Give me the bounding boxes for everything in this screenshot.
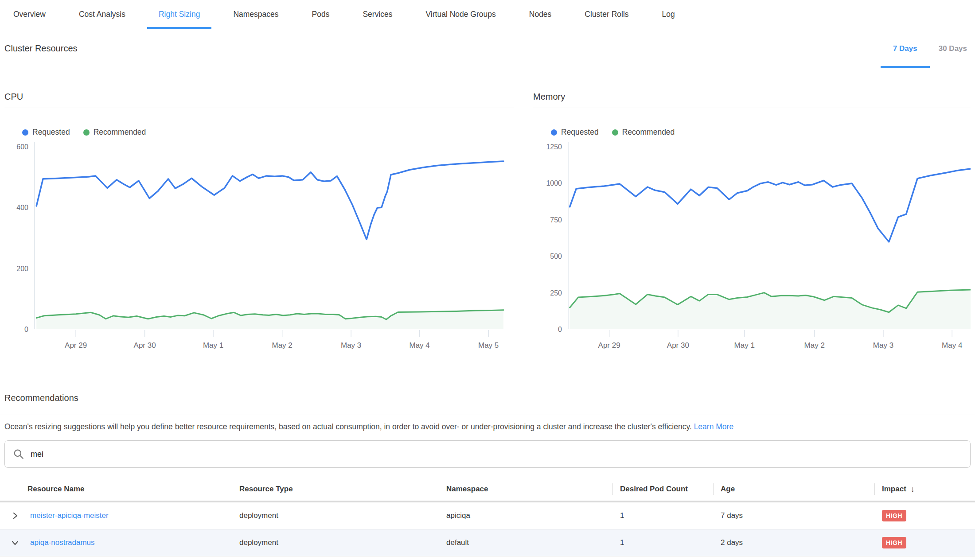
tab-overview[interactable]: Overview <box>13 0 46 29</box>
resource-type-cell: deployment <box>232 511 439 520</box>
tab-pods[interactable]: Pods <box>312 0 330 29</box>
svg-text:250: 250 <box>550 289 562 297</box>
tab-services[interactable]: Services <box>363 0 392 29</box>
svg-text:200: 200 <box>16 265 28 272</box>
cluster-resources-title: Cluster Resources <box>4 43 78 54</box>
svg-text:0: 0 <box>24 326 28 333</box>
desired-pod-count-cell: 1 <box>612 511 713 520</box>
charts-row: CPU RequestedRecommended 0200400600Apr 2… <box>0 68 975 349</box>
column-label: Resource Type <box>239 485 293 494</box>
legend-label: Requested <box>561 128 599 137</box>
tab-nodes[interactable]: Nodes <box>529 0 552 29</box>
recommendations-section: Recommendations Ocean's resizing suggest… <box>0 393 975 432</box>
svg-text:Apr 29: Apr 29 <box>598 341 620 349</box>
svg-text:May 1: May 1 <box>203 341 223 349</box>
svg-text:May 4: May 4 <box>409 341 429 349</box>
column-header-namespace[interactable]: Namespace <box>439 478 612 501</box>
impact-badge: HIGH <box>882 537 906 548</box>
column-header-impact[interactable]: Impact↓ <box>874 478 975 501</box>
column-label: Impact <box>882 485 906 494</box>
svg-text:750: 750 <box>550 216 562 224</box>
age-cell: 2 days <box>713 538 874 547</box>
search-input[interactable] <box>31 450 962 459</box>
age-cell: 7 days <box>713 511 874 520</box>
recommendations-text: Ocean's resizing suggestions will help y… <box>4 422 692 431</box>
memory-chart-title: Memory <box>533 68 971 108</box>
column-header-desired-pod-count[interactable]: Desired Pod Count <box>612 478 713 501</box>
svg-text:May 4: May 4 <box>942 341 962 349</box>
resource-search <box>4 440 971 468</box>
column-header-resource-name[interactable]: Resource Name <box>0 478 232 501</box>
svg-text:1250: 1250 <box>546 143 562 151</box>
recommendations-title: Recommendations <box>4 393 971 403</box>
time-range-toggle: 7 Days30 Days <box>893 29 975 68</box>
range-option-7-days[interactable]: 7 Days <box>893 29 917 68</box>
cpu-chart: 0200400600Apr 29Apr 30May 1May 2May 3May… <box>4 140 514 349</box>
expand-row-icon[interactable] <box>11 511 26 521</box>
svg-text:May 3: May 3 <box>341 341 361 349</box>
collapse-row-icon[interactable] <box>11 538 26 548</box>
resource-name-cell: meister-apiciqa-meister <box>0 511 232 521</box>
legend-label: Requested <box>32 128 70 137</box>
column-label: Desired Pod Count <box>620 485 688 494</box>
desired-pod-count-cell: 1 <box>612 538 713 547</box>
impact-badge: HIGH <box>882 510 906 521</box>
tab-log[interactable]: Log <box>662 0 675 29</box>
column-label: Namespace <box>446 485 488 494</box>
resource-type-cell: deployment <box>232 538 439 547</box>
tab-namespaces[interactable]: Namespaces <box>233 0 278 29</box>
recommendations-description: Ocean's resizing suggestions will help y… <box>4 422 971 432</box>
table-body: meister-apiciqa-meisterdeploymentapiciqa… <box>0 502 975 556</box>
column-header-resource-type[interactable]: Resource Type <box>232 478 439 501</box>
resource-name-link[interactable]: apiqa-nostradamus <box>30 538 95 547</box>
impact-cell: HIGH <box>874 537 975 548</box>
svg-text:Apr 30: Apr 30 <box>134 341 156 349</box>
svg-text:0: 0 <box>558 326 562 333</box>
range-option-30-days[interactable]: 30 Days <box>939 29 967 68</box>
memory-chart-legend: RequestedRecommended <box>533 128 971 137</box>
svg-text:May 2: May 2 <box>804 341 825 349</box>
svg-text:May 3: May 3 <box>873 341 893 349</box>
svg-text:Apr 29: Apr 29 <box>65 341 87 349</box>
legend-dot-recommended <box>612 129 618 136</box>
cpu-chart-panel: CPU RequestedRecommended 0200400600Apr 2… <box>4 68 514 349</box>
search-icon <box>13 448 24 460</box>
cpu-chart-legend: RequestedRecommended <box>4 128 514 137</box>
svg-text:1000: 1000 <box>546 179 562 187</box>
recommendations-table: Resource NameResource TypeNamespaceDesir… <box>0 478 975 556</box>
table-header-row: Resource NameResource TypeNamespaceDesir… <box>0 478 975 502</box>
tab-virtual-node-groups[interactable]: Virtual Node Groups <box>426 0 496 29</box>
column-label: Resource Name <box>27 485 85 494</box>
table-row: apiqa-nostradamusdeploymentdefault12 day… <box>0 529 975 556</box>
svg-text:May 1: May 1 <box>734 341 755 349</box>
sort-desc-icon[interactable]: ↓ <box>911 485 915 494</box>
namespace-cell: apiciqa <box>439 511 612 520</box>
cpu-chart-title: CPU <box>4 68 514 108</box>
memory-chart-panel: Memory RequestedRecommended 025050075010… <box>533 68 971 349</box>
cluster-resources-header: Cluster Resources 7 Days30 Days <box>0 29 975 68</box>
top-tab-bar: OverviewCost AnalysisRight SizingNamespa… <box>0 0 975 29</box>
svg-text:400: 400 <box>16 204 28 211</box>
svg-text:600: 600 <box>16 143 28 151</box>
tab-right-sizing[interactable]: Right Sizing <box>159 0 200 29</box>
legend-dot-requested <box>551 129 557 136</box>
resource-name-link[interactable]: meister-apiciqa-meister <box>30 511 109 520</box>
namespace-cell: default <box>439 538 612 547</box>
svg-text:May 5: May 5 <box>478 341 499 349</box>
legend-item-recommended: Recommended <box>612 128 675 137</box>
legend-label: Recommended <box>622 128 675 137</box>
recommendations-divider <box>0 415 975 415</box>
legend-dot-recommended <box>83 129 90 136</box>
table-row: meister-apiciqa-meisterdeploymentapiciqa… <box>0 502 975 529</box>
svg-text:500: 500 <box>550 253 562 260</box>
column-header-age[interactable]: Age <box>713 478 874 501</box>
column-label: Age <box>721 485 735 494</box>
resource-name-cell: apiqa-nostradamus <box>0 538 232 548</box>
learn-more-link[interactable]: Learn More <box>694 422 734 431</box>
tab-cluster-rolls[interactable]: Cluster Rolls <box>585 0 628 29</box>
legend-dot-requested <box>22 129 28 136</box>
tab-cost-analysis[interactable]: Cost Analysis <box>79 0 125 29</box>
impact-cell: HIGH <box>874 510 975 521</box>
svg-text:May 2: May 2 <box>272 341 292 349</box>
legend-item-recommended: Recommended <box>83 128 146 137</box>
